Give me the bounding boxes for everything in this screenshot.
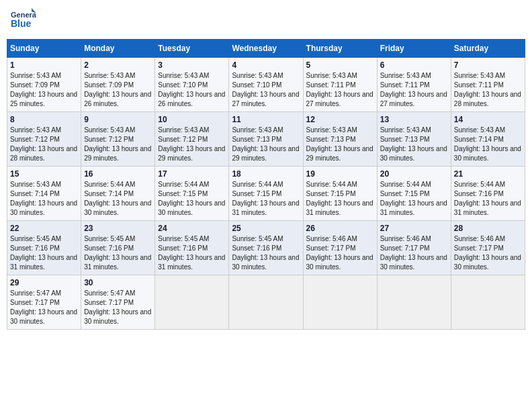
day-number: 16 (84, 169, 152, 179)
calendar-cell: 18Sunrise: 5:44 AMSunset: 7:15 PMDayligh… (229, 167, 303, 221)
calendar-cell: 10Sunrise: 5:43 AMSunset: 7:12 PMDayligh… (155, 112, 229, 167)
cell-content: Sunrise: 5:43 AMSunset: 7:13 PMDaylight:… (380, 126, 448, 163)
cell-content: Sunrise: 5:45 AMSunset: 7:16 PMDaylight:… (158, 234, 226, 272)
cell-content: Sunrise: 5:43 AMSunset: 7:11 PMDaylight:… (380, 71, 448, 109)
day-number: 29 (10, 278, 78, 287)
calendar-cell: 9Sunrise: 5:43 AMSunset: 7:12 PMDaylight… (81, 112, 155, 167)
calendar-cell (155, 275, 229, 330)
calendar-cell: 22Sunrise: 5:45 AMSunset: 7:16 PMDayligh… (7, 221, 81, 275)
calendar-cell: 20Sunrise: 5:44 AMSunset: 7:15 PMDayligh… (377, 167, 451, 221)
calendar-cell: 25Sunrise: 5:45 AMSunset: 7:16 PMDayligh… (229, 221, 303, 275)
day-number: 24 (158, 224, 226, 233)
calendar-cell: 2Sunrise: 5:43 AMSunset: 7:09 PMDaylight… (81, 58, 155, 112)
day-number: 19 (306, 169, 374, 179)
cell-content: Sunrise: 5:43 AMSunset: 7:14 PMDaylight:… (10, 180, 78, 218)
calendar-cell: 1Sunrise: 5:43 AMSunset: 7:09 PMDaylight… (7, 58, 81, 112)
calendar-cell: 3Sunrise: 5:43 AMSunset: 7:10 PMDaylight… (155, 58, 229, 112)
day-number: 30 (84, 278, 152, 287)
calendar-week-row: 15Sunrise: 5:43 AMSunset: 7:14 PMDayligh… (7, 167, 525, 221)
day-number: 13 (380, 115, 448, 124)
calendar-cell: 13Sunrise: 5:43 AMSunset: 7:13 PMDayligh… (377, 112, 451, 167)
day-number: 25 (232, 224, 300, 233)
weekday-header: Wednesday (229, 40, 303, 58)
calendar-body: 1Sunrise: 5:43 AMSunset: 7:09 PMDaylight… (7, 58, 525, 330)
cell-content: Sunrise: 5:43 AMSunset: 7:09 PMDaylight:… (10, 71, 78, 109)
svg-text:Blue: Blue (11, 18, 32, 29)
calendar-week-row: 1Sunrise: 5:43 AMSunset: 7:09 PMDaylight… (7, 58, 525, 112)
cell-content: Sunrise: 5:45 AMSunset: 7:16 PMDaylight:… (84, 234, 152, 272)
calendar-cell: 6Sunrise: 5:43 AMSunset: 7:11 PMDaylight… (377, 58, 451, 112)
weekday-header: Tuesday (155, 40, 229, 58)
cell-content: Sunrise: 5:43 AMSunset: 7:12 PMDaylight:… (84, 126, 152, 163)
logo: General Blue (9, 7, 36, 34)
day-number: 9 (84, 115, 152, 124)
day-number: 26 (306, 224, 374, 233)
cell-content: Sunrise: 5:43 AMSunset: 7:12 PMDaylight:… (10, 126, 78, 163)
calendar-cell: 19Sunrise: 5:44 AMSunset: 7:15 PMDayligh… (303, 167, 377, 221)
cell-content: Sunrise: 5:45 AMSunset: 7:16 PMDaylight:… (232, 234, 300, 272)
calendar-cell: 7Sunrise: 5:43 AMSunset: 7:11 PMDaylight… (451, 58, 525, 112)
weekday-row: SundayMondayTuesdayWednesdayThursdayFrid… (7, 40, 525, 58)
weekday-header: Saturday (451, 40, 525, 58)
calendar-cell: 26Sunrise: 5:46 AMSunset: 7:17 PMDayligh… (303, 221, 377, 275)
cell-content: Sunrise: 5:43 AMSunset: 7:10 PMDaylight:… (232, 71, 300, 109)
calendar-week-row: 8Sunrise: 5:43 AMSunset: 7:12 PMDaylight… (7, 112, 525, 167)
cell-content: Sunrise: 5:43 AMSunset: 7:11 PMDaylight:… (306, 71, 374, 109)
calendar-cell: 14Sunrise: 5:43 AMSunset: 7:14 PMDayligh… (451, 112, 525, 167)
day-number: 6 (380, 60, 448, 70)
day-number: 18 (232, 169, 300, 179)
logo-svg: General Blue (9, 7, 36, 34)
weekday-header: Sunday (7, 40, 81, 58)
cell-content: Sunrise: 5:46 AMSunset: 7:17 PMDaylight:… (306, 234, 374, 272)
calendar-cell: 17Sunrise: 5:44 AMSunset: 7:15 PMDayligh… (155, 167, 229, 221)
cell-content: Sunrise: 5:46 AMSunset: 7:17 PMDaylight:… (380, 234, 448, 272)
cell-content: Sunrise: 5:43 AMSunset: 7:13 PMDaylight:… (232, 126, 300, 163)
calendar-cell: 12Sunrise: 5:43 AMSunset: 7:13 PMDayligh… (303, 112, 377, 167)
cell-content: Sunrise: 5:45 AMSunset: 7:16 PMDaylight:… (10, 234, 78, 272)
day-number: 12 (306, 115, 374, 124)
weekday-header: Friday (377, 40, 451, 58)
day-number: 14 (454, 115, 522, 124)
cell-content: Sunrise: 5:43 AMSunset: 7:11 PMDaylight:… (454, 71, 522, 109)
day-number: 4 (232, 60, 300, 70)
cell-content: Sunrise: 5:44 AMSunset: 7:16 PMDaylight:… (454, 180, 522, 218)
day-number: 8 (10, 115, 78, 124)
cell-content: Sunrise: 5:44 AMSunset: 7:15 PMDaylight:… (380, 180, 448, 218)
calendar-cell: 8Sunrise: 5:43 AMSunset: 7:12 PMDaylight… (7, 112, 81, 167)
calendar-cell: 5Sunrise: 5:43 AMSunset: 7:11 PMDaylight… (303, 58, 377, 112)
cell-content: Sunrise: 5:44 AMSunset: 7:15 PMDaylight:… (158, 180, 226, 218)
day-number: 20 (380, 169, 448, 179)
calendar-cell: 28Sunrise: 5:46 AMSunset: 7:17 PMDayligh… (451, 221, 525, 275)
calendar-header: SundayMondayTuesdayWednesdayThursdayFrid… (7, 40, 525, 58)
calendar-cell: 11Sunrise: 5:43 AMSunset: 7:13 PMDayligh… (229, 112, 303, 167)
calendar-cell: 23Sunrise: 5:45 AMSunset: 7:16 PMDayligh… (81, 221, 155, 275)
calendar-cell: 30Sunrise: 5:47 AMSunset: 7:17 PMDayligh… (81, 275, 155, 330)
calendar-cell: 29Sunrise: 5:47 AMSunset: 7:17 PMDayligh… (7, 275, 81, 330)
cell-content: Sunrise: 5:44 AMSunset: 7:15 PMDaylight:… (306, 180, 374, 218)
day-number: 17 (158, 169, 226, 179)
day-number: 21 (454, 169, 522, 179)
calendar-week-row: 22Sunrise: 5:45 AMSunset: 7:16 PMDayligh… (7, 221, 525, 275)
cell-content: Sunrise: 5:44 AMSunset: 7:15 PMDaylight:… (232, 180, 300, 218)
day-number: 2 (84, 60, 152, 70)
cell-content: Sunrise: 5:46 AMSunset: 7:17 PMDaylight:… (454, 234, 522, 272)
day-number: 3 (158, 60, 226, 70)
cell-content: Sunrise: 5:43 AMSunset: 7:12 PMDaylight:… (158, 126, 226, 163)
calendar-cell (451, 275, 525, 330)
day-number: 10 (158, 115, 226, 124)
day-number: 23 (84, 224, 152, 233)
cell-content: Sunrise: 5:43 AMSunset: 7:13 PMDaylight:… (306, 126, 374, 163)
day-number: 27 (380, 224, 448, 233)
calendar-cell: 16Sunrise: 5:44 AMSunset: 7:14 PMDayligh… (81, 167, 155, 221)
day-number: 7 (454, 60, 522, 70)
calendar-cell: 15Sunrise: 5:43 AMSunset: 7:14 PMDayligh… (7, 167, 81, 221)
cell-content: Sunrise: 5:43 AMSunset: 7:14 PMDaylight:… (454, 126, 522, 163)
page-header: General Blue (7, 7, 525, 34)
cell-content: Sunrise: 5:44 AMSunset: 7:14 PMDaylight:… (84, 180, 152, 218)
calendar-cell (377, 275, 451, 330)
calendar-week-row: 29Sunrise: 5:47 AMSunset: 7:17 PMDayligh… (7, 275, 525, 330)
weekday-header: Thursday (303, 40, 377, 58)
day-number: 1 (10, 60, 78, 70)
day-number: 15 (10, 169, 78, 179)
day-number: 22 (10, 224, 78, 233)
